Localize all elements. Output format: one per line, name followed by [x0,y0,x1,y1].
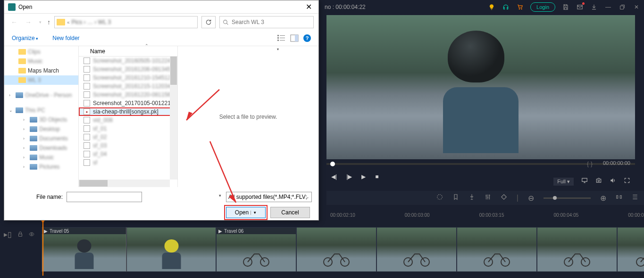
file-row[interactable]: Screenshot_20161210-154512 [79,74,177,82]
search-input[interactable] [232,19,310,25]
preview-pane-button[interactable] [290,34,299,42]
dialog-titlebar[interactable]: Open ✕ [4,0,318,14]
manage-tracks-icon[interactable] [632,194,638,202]
play-button[interactable]: ▶ [361,173,366,180]
timeline-clip[interactable]: ▶Travel 05 [42,227,126,272]
tree-item[interactable]: ⌄This PC [4,106,78,115]
frame-back-button[interactable]: ◀| [331,173,337,180]
file-row[interactable]: sia-cheap-thrill[songsx.pk] [79,107,177,116]
nav-up-button[interactable]: ↑ [47,18,50,26]
timeline-clip[interactable] [457,227,537,272]
volume-icon[interactable] [610,177,616,186]
organize-menu[interactable]: Organize [12,35,38,41]
svg-rect-18 [277,40,279,41]
refresh-button[interactable] [201,16,216,28]
tree-item[interactable]: WL 3 [4,75,78,85]
timeline-clip[interactable] [537,227,617,272]
file-row[interactable]: vid_008 [79,116,177,124]
timeline-clip[interactable]: ▶Travel 06 [216,227,296,272]
cancel-button[interactable]: Cancel [270,207,310,218]
fullscreen-icon[interactable] [624,177,630,186]
file-row[interactable]: Screenshot_20161215-112034 [79,82,177,90]
maximize-icon[interactable] [619,3,626,11]
file-list[interactable]: Screenshot_20160505-101224Screenshot_201… [79,57,177,187]
file-row[interactable]: sf_04 [79,150,177,158]
tree-item[interactable]: ›Desktop [4,124,78,134]
tree-item[interactable]: Music [4,57,78,66]
support-icon[interactable] [502,3,510,11]
scrollbar-vertical[interactable] [170,57,177,180]
filename-dropdown-icon[interactable]: ▾ [219,193,221,198]
tips-icon[interactable] [488,3,495,11]
mark-brackets[interactable]: { } [587,160,593,167]
tree-item[interactable]: ›Pictures [4,162,78,172]
timeline-clip[interactable] [126,227,216,272]
mixer-icon[interactable] [485,194,491,202]
dialog-title: Open [18,4,303,10]
open-button[interactable]: Open ▼ [226,207,266,218]
view-mode-button[interactable]: ▾ [277,34,285,42]
help-button[interactable]: ? [303,34,311,42]
zoom-fit-icon[interactable] [616,194,622,202]
track-video-icon[interactable]: ▸▯ [4,230,12,239]
download-icon[interactable] [590,3,598,11]
tree-item[interactable]: ›3D Objects [4,115,78,124]
new-folder-button[interactable]: New folder [52,35,79,41]
snapshot-icon[interactable] [595,177,602,186]
tree-item[interactable]: ›Downloads [4,143,78,153]
file-type-select[interactable]: All supported files(*.MP4;*.FLV; ⌄ [226,192,312,202]
file-name-input[interactable] [67,192,142,202]
tree-item[interactable]: ›Documents [4,134,78,143]
preview-quality-select[interactable]: Full ▾ [553,178,574,186]
track-lock-icon[interactable] [17,230,23,239]
marker-icon[interactable] [452,194,459,202]
file-open-dialog: Open ✕ ← → ▾ ↑ « Pics › … › WL 3 Organiz… [4,0,319,221]
file-row[interactable]: sf_02 [79,133,177,141]
save-icon[interactable] [562,3,569,11]
file-row[interactable]: sf_01 [79,124,177,133]
login-button[interactable]: Login [530,2,555,12]
column-header-name[interactable]: Name ⌃ [79,46,177,57]
svg-point-1 [437,195,443,200]
nav-forward-button[interactable]: → [23,18,33,26]
file-row[interactable]: Screenshot_20161220-081156 [79,90,177,99]
tree-item[interactable]: Clips [4,47,78,57]
mail-icon[interactable] [576,3,584,11]
cart-icon[interactable] [516,3,524,11]
tree-item[interactable]: ›Music [4,153,78,162]
stop-button[interactable]: ■ [375,173,378,180]
render-icon[interactable] [436,194,443,202]
keyframe-icon[interactable] [501,194,507,202]
nav-back-button[interactable]: ← [9,18,19,26]
scrollbar-horizontal[interactable] [79,180,170,187]
track-visible-icon[interactable] [29,230,34,239]
file-row[interactable]: sf_03 [79,141,177,150]
playhead[interactable] [42,221,43,276]
folder-tree[interactable]: ClipsMusicMaps MarchWL 3›OneDrive - Pers… [4,46,79,187]
file-row[interactable]: Screenshot_20161206-091345 [79,65,177,74]
search-box[interactable] [219,16,314,28]
tree-item[interactable]: Maps March [4,66,78,75]
timeline-clips-container[interactable]: ▶Travel 05 ▶Travel 06 [42,227,640,274]
preview-video-frame[interactable] [326,15,635,159]
zoom-out-icon[interactable]: ⊖ [528,194,534,203]
monitor-icon[interactable] [581,177,588,186]
file-row[interactable]: Screenshot_20160505-101224 [79,57,177,65]
timeline-clip[interactable] [617,227,644,272]
frame-fwd-button[interactable]: |▶ [346,173,352,180]
timeline-clip[interactable] [296,227,376,272]
close-app-icon[interactable]: ✕ [633,3,640,11]
breadcrumb[interactable]: « Pics › … › WL 3 [54,16,198,28]
timeline-clip[interactable] [376,227,457,272]
file-row[interactable]: sf [79,158,177,167]
file-row[interactable]: Screenshot_20170105-001221 [79,99,177,107]
zoom-in-icon[interactable]: ⊕ [600,194,606,203]
nav-recent-dropdown[interactable]: ▾ [37,20,43,25]
file-list-panel: Name ⌃ Screenshot_20160505-101224Screens… [79,46,178,187]
voiceover-icon[interactable] [468,194,475,202]
tree-item[interactable]: ›OneDrive - Person [4,90,78,100]
dialog-close-button[interactable]: ✕ [303,2,315,11]
timeline-track-controls: ▸▯ [0,226,40,273]
zoom-slider[interactable] [544,197,591,199]
minimize-icon[interactable]: — [604,3,612,11]
